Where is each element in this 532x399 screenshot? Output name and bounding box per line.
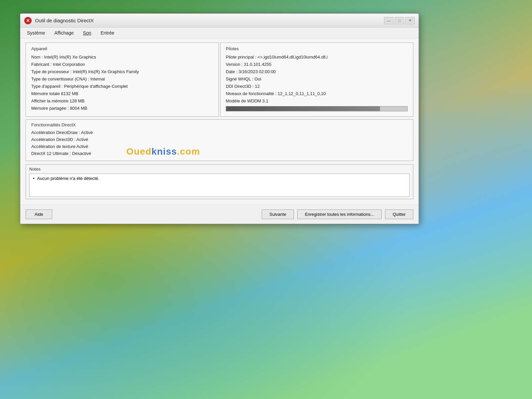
memoire-partagee-row: Mémoire partagée : 8004 MB xyxy=(31,106,213,111)
pilotes-panel: Pilotes Pilote principal : <>,igd10iumd6… xyxy=(220,43,413,117)
memoire-partagee-label: Mémoire partagée : xyxy=(31,106,70,111)
niveaux-value: 12_1,12_0,11_1,11_0,10 xyxy=(278,91,326,96)
fonctionnalites-section: Fonctionnalités DirectX Accélération Dir… xyxy=(26,119,413,161)
accel-draw-value: Activé xyxy=(81,130,93,135)
type-proc-label: Type de processeur : xyxy=(31,69,73,74)
quitter-button[interactable]: Quitter xyxy=(385,209,413,219)
window-controls: — □ ✕ xyxy=(384,17,415,24)
notes-title: Notes xyxy=(29,167,410,172)
menu-bar: Système Affichage Son Entrée xyxy=(20,28,419,39)
signe-row: Signé WHQL : Oui xyxy=(226,76,408,81)
restore-button[interactable]: □ xyxy=(395,17,404,24)
type-conv-value: Internal xyxy=(90,76,105,81)
signe-value: Oui xyxy=(254,76,261,81)
window-icon: ✕ xyxy=(24,17,32,24)
menu-affichage[interactable]: Affichage xyxy=(53,30,75,36)
pilote-principal-label: Pilote principal : xyxy=(226,55,257,60)
niveaux-row: Niveaux de fonctionnalité : 12_1,12_0,11… xyxy=(226,91,408,96)
notes-section: Notes Aucun problème n'a été détecté. xyxy=(26,164,413,199)
appareil-title: Appareil xyxy=(31,46,213,51)
notes-item: Aucun problème n'a été détecté. xyxy=(33,176,406,181)
info-panels: Appareil Nom : Intel(R) Iris(R) Xe Graph… xyxy=(26,43,413,117)
dx12-row: DirectX 12 Ultimate : Désactivé xyxy=(31,151,408,156)
notes-content: Aucun problème n'a été détecté. xyxy=(29,174,410,197)
ddi-label: DDI Direct3D : xyxy=(226,84,255,89)
ddi-row: DDI Direct3D : 12 xyxy=(226,84,408,89)
fonctionnalites-title: Fonctionnalités DirectX xyxy=(31,122,408,127)
modele-label: Modèle de WDDM xyxy=(226,98,262,103)
ddi-value: 12 xyxy=(255,84,259,89)
version-row: Version : 31.0.101.4255 xyxy=(226,62,408,67)
close-button[interactable]: ✕ xyxy=(405,17,415,24)
memoire-totale-label: Mémoire totale xyxy=(31,91,61,96)
type-app-row: Type d'appareil : Périphérique d'afficha… xyxy=(31,84,213,89)
appareil-panel: Appareil Nom : Intel(R) Iris(R) Xe Graph… xyxy=(26,43,219,117)
date-label: Date : xyxy=(226,69,238,74)
menu-entree[interactable]: Entrée xyxy=(99,30,116,36)
accel-3d-row: Accélération Direct3D : Activé xyxy=(31,137,408,142)
suivante-button[interactable]: Suivante xyxy=(262,209,294,219)
pilotes-title: Pilotes xyxy=(226,46,408,51)
accel-3d-value: Activé xyxy=(76,137,88,142)
afficher-memoire-label: Afficher la mémoire xyxy=(31,98,69,103)
type-conv-label: Type de convertisseur (CNA) : xyxy=(31,76,90,81)
accel-draw-label: Accélération DirectDraw : xyxy=(31,130,81,135)
pilote-principal-value: <>,igd10iumd64.dll,igd10iumd64.dll,i xyxy=(257,55,328,60)
accel-texture-label: Accélération de texture xyxy=(31,144,76,149)
title-bar: ✕ Outil de diagnostic DirectX — □ ✕ xyxy=(20,14,419,28)
dx12-label: DirectX 12 Ultimate : xyxy=(31,151,72,156)
modele-row: Modèle de WDDM 3.1 xyxy=(226,98,408,103)
version-value: 31.0.101.4255 xyxy=(244,62,271,67)
type-app-label: Type d'appareil : xyxy=(31,84,64,89)
menu-son[interactable]: Son xyxy=(82,30,93,36)
nom-row: Nom : Intel(R) Iris(R) Xe Graphics xyxy=(31,55,213,60)
modele-value: 3.1 xyxy=(262,98,268,103)
fabricant-label: Fabricant : xyxy=(31,62,53,67)
type-proc-value: Intel(R) Iris(R) Xe Graphics Family xyxy=(73,69,139,74)
button-bar: Aide Suivante Enregistrer toutes les inf… xyxy=(20,204,419,224)
accel-draw-row: Accélération DirectDraw : Activé xyxy=(31,130,408,135)
afficher-memoire-row: Afficher la mémoire 128 MB xyxy=(31,98,213,103)
date-value: 3/16/2023 02:00:00 xyxy=(238,69,276,74)
fabricant-value: Intel Corporation xyxy=(53,62,85,67)
minimize-button[interactable]: — xyxy=(384,17,393,24)
memoire-partagee-value: 8004 MB xyxy=(70,106,87,111)
type-app-value: Périphérique d'affichage Complet xyxy=(64,84,128,89)
date-row: Date : 3/16/2023 02:00:00 xyxy=(226,69,408,74)
pilote-principal-row: Pilote principal : <>,igd10iumd64.dll,ig… xyxy=(226,55,408,60)
afficher-memoire-value: 128 MB xyxy=(69,98,84,103)
window-title: Outil de diagnostic DirectX xyxy=(35,18,384,23)
signe-label: Signé WHQL : xyxy=(226,76,254,81)
directx-diagnostic-window: ✕ Outil de diagnostic DirectX — □ ✕ Syst… xyxy=(20,13,419,224)
type-proc-row: Type de processeur : Intel(R) Iris(R) Xe… xyxy=(31,69,213,74)
progress-bar xyxy=(226,106,408,111)
aide-button[interactable]: Aide xyxy=(26,209,52,219)
memoire-totale-value: 8132 MB xyxy=(61,91,78,96)
nom-value: Intel(R) Iris(R) Xe Graphics xyxy=(44,55,96,60)
nom-label: Nom : xyxy=(31,55,44,60)
menu-systeme[interactable]: Système xyxy=(26,30,46,36)
enregistrer-button[interactable]: Enregistrer toutes les informations... xyxy=(297,209,382,219)
dx12-value: Désactivé xyxy=(72,151,91,156)
version-label: Version : xyxy=(226,62,244,67)
accel-texture-value: Activé xyxy=(76,144,88,149)
memoire-totale-row: Mémoire totale 8132 MB xyxy=(31,91,213,96)
progress-fill xyxy=(226,106,380,111)
accel-3d-label: Accélération Direct3D : xyxy=(31,137,76,142)
type-conv-row: Type de convertisseur (CNA) : Internal xyxy=(31,76,213,81)
fabricant-row: Fabricant : Intel Corporation xyxy=(31,62,213,67)
window-content: Appareil Nom : Intel(R) Iris(R) Xe Graph… xyxy=(20,39,419,204)
niveaux-label: Niveaux de fonctionnalité : xyxy=(226,91,278,96)
accel-texture-row: Accélération de texture Activé xyxy=(31,144,408,149)
